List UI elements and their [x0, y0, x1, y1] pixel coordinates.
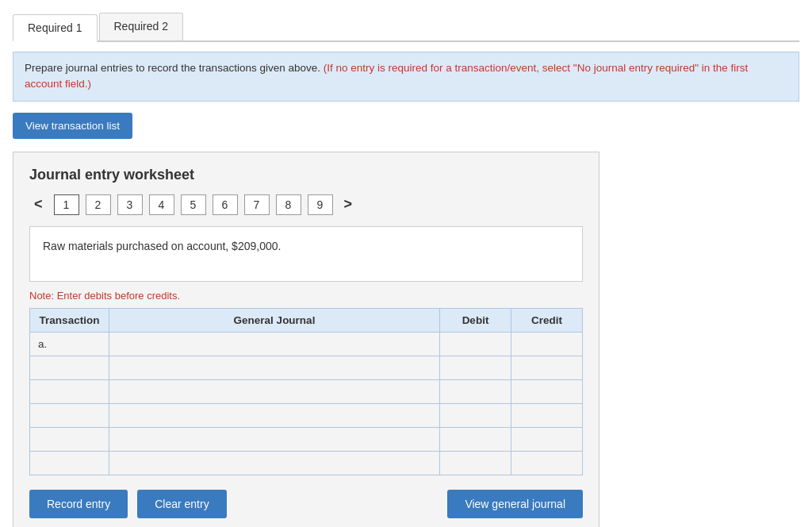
- view-general-journal-button[interactable]: View general journal: [447, 490, 583, 518]
- input-credit-2[interactable]: [511, 380, 582, 403]
- record-entry-button[interactable]: Record entry: [29, 490, 128, 518]
- nav-prev-button[interactable]: <: [29, 194, 48, 214]
- table-row: a.: [30, 332, 583, 356]
- cell-debit-5[interactable]: [440, 451, 511, 475]
- cell-credit-3[interactable]: [511, 403, 583, 427]
- cell-debit-0[interactable]: [440, 332, 511, 356]
- cell-credit-1[interactable]: [511, 356, 583, 379]
- input-credit-5[interactable]: [511, 452, 582, 475]
- cell-debit-2[interactable]: [440, 379, 511, 403]
- info-banner: Prepare journal entries to record the tr…: [13, 52, 799, 102]
- cell-debit-4[interactable]: [440, 427, 511, 451]
- cell-journal-1[interactable]: [109, 356, 440, 379]
- input-debit-1[interactable]: [440, 356, 511, 379]
- view-transaction-list-button[interactable]: View transaction list: [13, 113, 132, 139]
- input-journal-3[interactable]: [109, 404, 439, 427]
- worksheet-title: Journal entry worksheet: [29, 167, 583, 183]
- tab-required2[interactable]: Required 2: [99, 13, 184, 40]
- page-container: Required 1 Required 2 Prepare journal en…: [0, 0, 812, 527]
- col-header-credit: Credit: [511, 308, 583, 332]
- nav-page-1[interactable]: 1: [54, 194, 79, 215]
- nav-page-5[interactable]: 5: [181, 194, 206, 215]
- note-text: Note: Enter debits before credits.: [29, 290, 583, 302]
- cell-journal-3[interactable]: [109, 403, 440, 427]
- input-debit-0[interactable]: [440, 333, 511, 356]
- cell-transaction-3: [30, 403, 109, 427]
- tab-required1[interactable]: Required 1: [13, 14, 98, 42]
- col-header-journal: General Journal: [109, 308, 440, 332]
- info-banner-text-normal: Prepare journal entries to record the tr…: [25, 62, 320, 74]
- nav-page-9[interactable]: 9: [308, 194, 333, 215]
- cell-debit-3[interactable]: [440, 403, 511, 427]
- cell-credit-4[interactable]: [511, 427, 583, 451]
- cell-journal-5[interactable]: [109, 451, 440, 475]
- worksheet-panel: Journal entry worksheet < 1 2 3 4 5 6 7 …: [13, 152, 599, 528]
- table-row: [30, 356, 583, 379]
- description-box: Raw materials purchased on account, $209…: [29, 226, 583, 282]
- input-debit-3[interactable]: [440, 404, 511, 427]
- table-header-row: Transaction General Journal Debit Credit: [30, 308, 583, 332]
- input-debit-4[interactable]: [440, 428, 511, 451]
- input-debit-5[interactable]: [440, 452, 511, 475]
- cell-credit-2[interactable]: [511, 379, 583, 403]
- input-debit-2[interactable]: [440, 380, 511, 403]
- description-text: Raw materials purchased on account, $209…: [43, 240, 281, 252]
- cell-debit-1[interactable]: [440, 356, 511, 379]
- action-buttons: Record entry Clear entry View general jo…: [29, 490, 583, 518]
- cell-credit-5[interactable]: [511, 451, 583, 475]
- nav-page-4[interactable]: 4: [149, 194, 174, 215]
- input-journal-0[interactable]: [109, 333, 439, 356]
- table-row: [30, 427, 583, 451]
- nav-row: < 1 2 3 4 5 6 7 8 9 >: [29, 194, 583, 215]
- nav-page-2[interactable]: 2: [86, 194, 111, 215]
- cell-transaction-2: [30, 379, 109, 403]
- cell-journal-2[interactable]: [109, 379, 440, 403]
- input-journal-2[interactable]: [109, 380, 439, 403]
- input-journal-5[interactable]: [109, 452, 439, 475]
- col-header-debit: Debit: [440, 308, 511, 332]
- clear-entry-button[interactable]: Clear entry: [137, 490, 226, 518]
- cell-journal-0[interactable]: [109, 332, 440, 356]
- nav-next-button[interactable]: >: [339, 194, 358, 214]
- col-header-transaction: Transaction: [30, 308, 109, 332]
- cell-transaction-1: [30, 356, 109, 379]
- tabs-bar: Required 1 Required 2: [13, 13, 799, 42]
- cell-journal-4[interactable]: [109, 427, 440, 451]
- input-credit-1[interactable]: [511, 356, 582, 379]
- input-credit-0[interactable]: [511, 333, 582, 356]
- input-journal-1[interactable]: [109, 356, 439, 379]
- cell-transaction-4: [30, 427, 109, 451]
- nav-page-6[interactable]: 6: [213, 194, 238, 215]
- input-credit-4[interactable]: [511, 428, 582, 451]
- cell-transaction-0: a.: [30, 332, 109, 356]
- nav-page-3[interactable]: 3: [117, 194, 143, 215]
- nav-page-7[interactable]: 7: [244, 194, 270, 215]
- input-journal-4[interactable]: [109, 428, 439, 451]
- cell-credit-0[interactable]: [511, 332, 583, 356]
- table-row: [30, 379, 583, 403]
- table-row: [30, 451, 583, 475]
- journal-table: Transaction General Journal Debit Credit…: [29, 308, 583, 475]
- table-row: [30, 403, 583, 427]
- input-credit-3[interactable]: [511, 404, 582, 427]
- cell-transaction-5: [30, 451, 109, 475]
- nav-page-8[interactable]: 8: [276, 194, 301, 215]
